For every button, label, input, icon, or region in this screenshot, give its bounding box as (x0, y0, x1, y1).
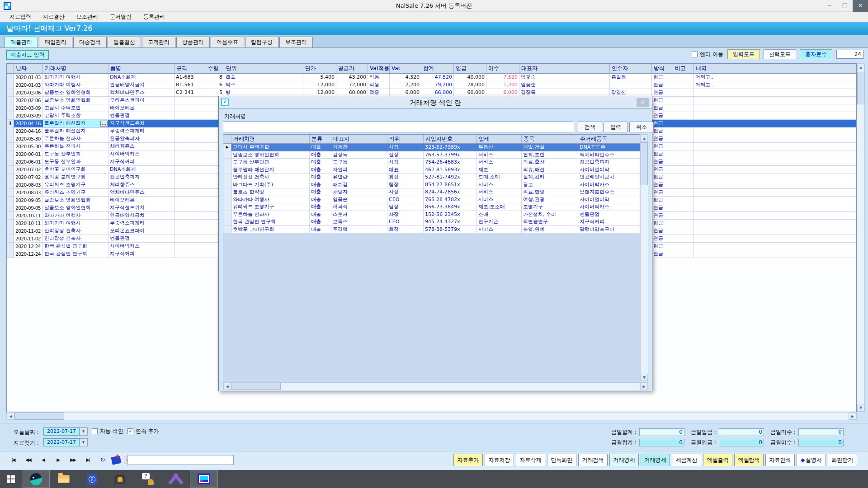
ellipsis-button[interactable]: … (100, 121, 108, 127)
checkbox-icon[interactable] (692, 52, 698, 57)
row-selector[interactable] (7, 174, 14, 181)
row-selector[interactable] (7, 197, 14, 204)
column-header[interactable]: 직위 (387, 135, 424, 144)
tab-8[interactable]: 칼럼구성 (245, 37, 278, 47)
dropdown-icon[interactable]: ▼ (80, 427, 88, 436)
menu-item[interactable]: 문서열람 (104, 12, 137, 22)
scroll-right-icon[interactable]: ▶ (640, 383, 648, 390)
tab-9[interactable]: 보조관리 (279, 37, 313, 47)
dialog-button-취소[interactable]: 취소 (629, 122, 654, 132)
dialog-button-입력[interactable]: 입력 (604, 122, 628, 132)
table-row[interactable]: 2020-01-03와따가따 여행사DNA소화제A1-6838캡슐5,40043… (7, 74, 856, 81)
vendor-row[interactable]: 유리씨즈 조명기구매출허걱식팀장856-23-3849x제조,도소매조명기구사이… (223, 203, 640, 211)
row-selector[interactable] (7, 112, 14, 120)
action-button-자료저장[interactable]: 자료저장 (485, 454, 514, 466)
record-nav-button[interactable]: ▶▶ (67, 455, 79, 465)
record-nav-button[interactable]: ▶| (82, 455, 94, 465)
row-selector[interactable] (7, 227, 14, 235)
tab-2[interactable]: 매입관리 (39, 37, 72, 47)
scrollbar-thumb[interactable] (857, 72, 864, 104)
find-date-value[interactable]: 2022-07-17 (43, 438, 80, 446)
column-header[interactable]: 내역 (694, 64, 856, 74)
vendor-row[interactable]: 와따가따 여행사매출임꽃순CEO765-28-4782x서비스여행,관광사이버멀… (223, 196, 640, 204)
taskbar-item-file-explorer[interactable] (50, 470, 78, 488)
row-selector[interactable] (7, 74, 14, 81)
scrollbar-thumb[interactable] (641, 142, 648, 185)
scroll-up-icon[interactable]: ▲ (857, 64, 864, 71)
row-selector[interactable] (7, 189, 14, 197)
column-header[interactable]: 분류 (310, 135, 331, 144)
column-header[interactable]: 대표자 (519, 64, 610, 74)
row-selector[interactable] (7, 104, 14, 112)
row-selector[interactable]: I (7, 120, 14, 127)
bookmark-icon[interactable] (111, 455, 121, 465)
row-selector[interactable] (7, 150, 14, 158)
scroll-right-icon[interactable]: ▶ (849, 413, 856, 420)
menu-item[interactable]: 자료입력 (4, 12, 37, 22)
menu-item[interactable]: 자료결산 (37, 12, 71, 22)
column-header[interactable]: 단가 (303, 64, 336, 74)
column-header[interactable]: 종목 (522, 135, 578, 144)
taskbar-item-whale-browser[interactable] (22, 470, 50, 488)
row-selector[interactable]: ▶ (223, 144, 231, 151)
vendor-row[interactable]: 도구동 산부인과매출도구동사장754-26-4683x서비스의료,출산진공압축피… (223, 159, 640, 166)
row-selector[interactable] (7, 158, 14, 166)
action-button-자료삭제[interactable]: 자료삭제 (516, 454, 545, 466)
maximize-button[interactable]: □ (837, 0, 853, 12)
column-header[interactable]: 방식 (652, 64, 673, 74)
row-selector[interactable] (223, 203, 231, 211)
vendor-row[interactable]: ▶고담시 주택조합매출기동찬사장323-52-7389x부동산개발,건설DNA포… (223, 144, 640, 151)
menu-item[interactable]: 보조관리 (71, 12, 104, 22)
dialog-horizontal-scrollbar[interactable]: ◀ ▶ (223, 382, 648, 390)
today-date-value[interactable]: 2022-07-17 (43, 427, 80, 436)
mode-button[interactable]: 입력모드 (727, 49, 760, 59)
action-button-설명서[interactable]: ◆설명서 (797, 454, 826, 466)
scroll-up-icon[interactable]: ▲ (641, 135, 648, 142)
row-selector[interactable] (223, 151, 231, 159)
scroll-left-icon[interactable]: ◀ (7, 413, 14, 420)
scrollbar-thumb[interactable] (14, 413, 64, 420)
tab-5[interactable]: 고객관리 (142, 37, 175, 47)
vendor-row[interactable]: 한국 관심법 연구회매출보톡스CEO945-24-4327x연구기관최면술연구지… (223, 218, 640, 226)
horizontal-scrollbar[interactable]: ◀ ▶ (6, 412, 857, 420)
row-selector[interactable] (7, 181, 14, 189)
record-nav-button[interactable]: ◀◀ (22, 455, 34, 465)
checkbox-icon[interactable] (92, 428, 98, 434)
dialog-vertical-scrollbar[interactable]: ▲ ▼ (640, 134, 648, 381)
action-button-거래명세[interactable]: 거래명세 (641, 454, 670, 466)
row-selector[interactable] (223, 188, 231, 196)
column-header[interactable]: 단위 (224, 64, 303, 74)
vertical-scrollbar[interactable]: ▲ ▼ (857, 63, 865, 412)
taskbar-item-nalsale[interactable] (190, 470, 218, 488)
action-button-자료인쇄[interactable]: 자료인쇄 (765, 454, 795, 466)
row-selector[interactable] (223, 196, 231, 204)
column-header[interactable]: 합계 (421, 64, 454, 74)
tab-6[interactable]: 상품관리 (176, 37, 210, 47)
column-header[interactable]: 거래처명 (43, 64, 108, 74)
row-selector[interactable] (7, 250, 14, 258)
row-selector[interactable] (7, 220, 14, 227)
row-selector[interactable] (7, 243, 14, 250)
column-header[interactable]: 미수 (486, 64, 519, 74)
close-button[interactable]: × (853, 0, 868, 12)
enter-move-checkbox[interactable]: 엔터 이동 (692, 51, 723, 58)
column-header[interactable]: 대표자 (331, 135, 387, 144)
minimize-button[interactable]: ─ (822, 0, 837, 12)
auto-index-checkbox[interactable]: 자동 색인 (92, 427, 123, 435)
column-header[interactable]: 규격 (175, 64, 206, 74)
taskbar-item-help[interactable]: ? (78, 470, 106, 488)
column-header[interactable]: Vat적용 (368, 64, 390, 74)
vendor-row[interactable]: 바그다드 기획(주)매출패튀김팀장854-27-8651x서비스광고사이버박카스 (223, 181, 640, 189)
row-selector[interactable] (7, 89, 14, 97)
action-button-엑셀탐색[interactable]: 엑셀탐색 (734, 454, 764, 466)
column-header[interactable]: 주거래품목 (578, 135, 640, 144)
row-selector[interactable] (223, 211, 231, 219)
row-selector[interactable] (7, 97, 14, 104)
record-nav-button[interactable]: ◀ (37, 455, 49, 465)
row-selector[interactable] (7, 166, 14, 174)
column-header[interactable]: 날짜 (14, 64, 43, 74)
refresh-button[interactable]: ↻ (97, 455, 108, 465)
vendor-row[interactable]: 호박꽃 교미연구회매출주걱덕회장578-38-5379x서비스농업,원예달팽이압… (223, 226, 640, 234)
column-header[interactable]: 입금 (454, 64, 486, 74)
row-selector[interactable] (7, 235, 14, 243)
